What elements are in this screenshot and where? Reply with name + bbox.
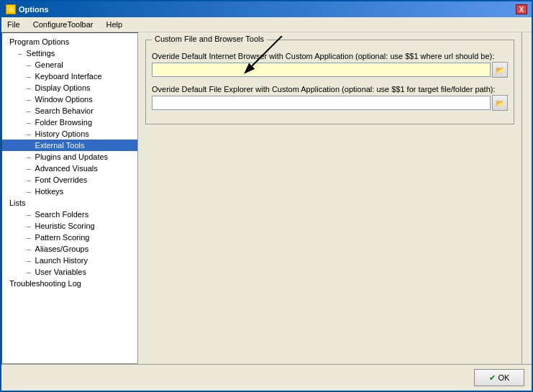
- sidebar-item-history-options[interactable]: – History Options: [2, 128, 137, 140]
- scrollbar[interactable]: [521, 32, 532, 364]
- window-title: Options: [19, 5, 49, 14]
- browser-field-row: Overide Default Internet Browser with Cu…: [152, 52, 508, 78]
- title-bar-left: ⚙ Options: [6, 4, 49, 14]
- group-content: Overide Default Internet Browser with Cu…: [152, 52, 508, 111]
- browser-browse-button[interactable]: 📂: [492, 62, 508, 78]
- custom-tools-group: Custom File and Browser Tools Overide De…: [145, 40, 514, 124]
- title-bar: ⚙ Options X: [1, 1, 532, 17]
- main-panel: Custom File and Browser Tools Overide De…: [138, 32, 521, 364]
- browser-input[interactable]: [152, 63, 491, 77]
- sidebar-item-search-behavior[interactable]: – Search Behavior: [2, 105, 137, 117]
- browser-input-row: 📂: [152, 62, 508, 78]
- sidebar-item-program-options[interactable]: Program Options: [2, 36, 137, 47]
- folder-icon: 📂: [496, 66, 504, 74]
- sidebar-item-general[interactable]: – General: [2, 59, 137, 70]
- explorer-input-row: 📂: [152, 95, 508, 111]
- sidebar-item-display-options[interactable]: – Display Options: [2, 82, 137, 94]
- sidebar-item-lists[interactable]: Lists: [2, 197, 137, 209]
- sidebar-item-troubleshooting[interactable]: Troubleshooting Log: [2, 278, 137, 289]
- ok-label: OK: [498, 373, 510, 382]
- sidebar-item-heuristic-scoring[interactable]: – Heuristic Scoring: [2, 220, 137, 232]
- explorer-input[interactable]: [152, 96, 491, 110]
- bottom-bar: ✔ OK: [1, 364, 532, 391]
- sidebar-item-pattern-scoring[interactable]: – Pattern Scoring: [2, 232, 137, 243]
- group-title: Custom File and Browser Tools: [152, 35, 267, 43]
- menu-file[interactable]: File: [4, 19, 23, 30]
- sidebar-item-hotkeys[interactable]: – Hotkeys: [2, 186, 137, 197]
- sidebar-item-plugins[interactable]: – Plugins and Updates: [2, 151, 137, 163]
- ok-button[interactable]: ✔ OK: [474, 369, 524, 386]
- sidebar: Program Options – Settings – General – K…: [1, 32, 138, 364]
- sidebar-item-advanced-visuals[interactable]: – Advanced Visuals: [2, 163, 137, 174]
- ok-icon: ✔: [489, 373, 496, 383]
- folder-icon-2: 📂: [496, 99, 504, 107]
- menu-help[interactable]: Help: [104, 19, 126, 30]
- menu-bar: File ConfigureToolbar Help: [1, 17, 532, 32]
- explorer-browse-button[interactable]: 📂: [492, 95, 508, 111]
- menu-configure[interactable]: ConfigureToolbar: [30, 19, 96, 30]
- sidebar-item-aliases-groups[interactable]: – Aliases/Groups: [2, 243, 137, 255]
- content-area: Program Options – Settings – General – K…: [1, 32, 532, 364]
- sidebar-item-settings[interactable]: – Settings: [2, 47, 137, 59]
- options-window: ⚙ Options X File ConfigureToolbar Help P…: [0, 0, 533, 392]
- sidebar-item-window-options[interactable]: – Window Options: [2, 94, 137, 105]
- sidebar-item-user-variables[interactable]: – User Variables: [2, 266, 137, 278]
- browser-label: Overide Default Internet Browser with Cu…: [152, 52, 508, 60]
- sidebar-item-search-folders[interactable]: – Search Folders: [2, 209, 137, 220]
- close-button[interactable]: X: [516, 4, 527, 14]
- window-icon: ⚙: [6, 4, 16, 14]
- explorer-field-row: Overide Default File Explorer with Custo…: [152, 85, 508, 111]
- sidebar-item-font-overrides[interactable]: – Font Overrides: [2, 174, 137, 186]
- sidebar-item-launch-history[interactable]: – Launch History: [2, 255, 137, 266]
- explorer-label: Overide Default File Explorer with Custo…: [152, 85, 508, 94]
- sidebar-item-external-tools[interactable]: – External Tools: [2, 140, 137, 151]
- sidebar-item-keyboard-interface[interactable]: – Keyboard Interface: [2, 70, 137, 82]
- sidebar-item-folder-browsing[interactable]: – Folder Browsing: [2, 117, 137, 128]
